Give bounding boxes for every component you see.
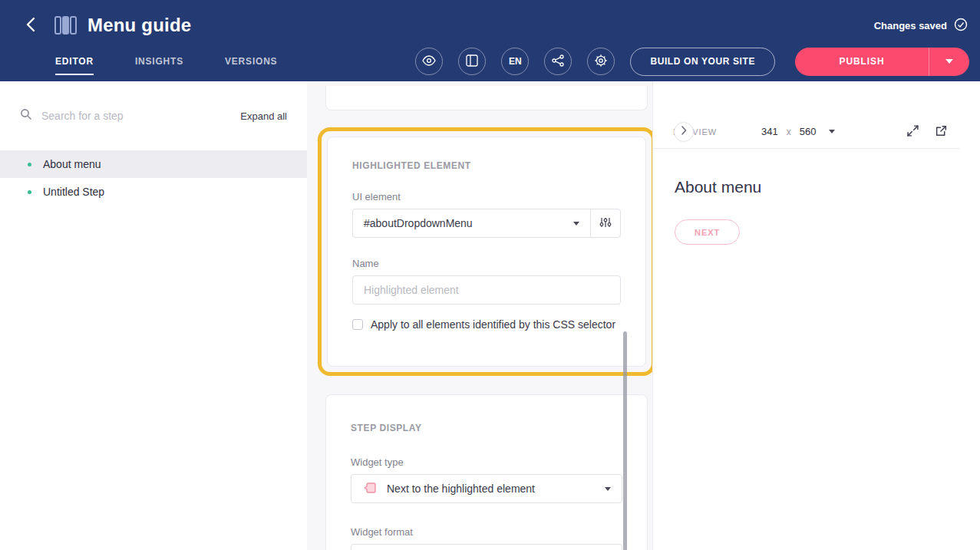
tab-insights[interactable]: INSIGHTS bbox=[135, 41, 183, 81]
apply-all-checkbox-row[interactable]: Apply to all elements identified by this… bbox=[352, 318, 621, 331]
build-on-your-site-button[interactable]: BUILD ON YOUR SITE bbox=[630, 48, 775, 76]
step-item-untitled-step[interactable]: Untitled Step bbox=[0, 178, 307, 206]
step-editor-panel: HIGHLIGHTED ELEMENT UI element #aboutDro… bbox=[307, 81, 652, 550]
step-item-label: Untitled Step bbox=[43, 186, 104, 198]
preview-step-title: About menu bbox=[675, 178, 980, 196]
publish-button[interactable]: PUBLISH bbox=[795, 48, 929, 76]
section-title: STEP DISPLAY bbox=[351, 423, 622, 433]
preview-size-select[interactable]: 341 x 560 bbox=[761, 126, 835, 137]
tab-versions[interactable]: VERSIONS bbox=[225, 41, 277, 81]
step-dot-icon bbox=[28, 163, 31, 166]
collapse-preview-button[interactable] bbox=[674, 122, 694, 142]
share-button[interactable] bbox=[544, 48, 572, 75]
check-circle-icon bbox=[954, 18, 968, 34]
publish-button-group: PUBLISH bbox=[795, 48, 969, 76]
changes-saved-status: Changes saved bbox=[874, 18, 969, 34]
next-button[interactable]: NEXT bbox=[675, 219, 740, 245]
back-button[interactable] bbox=[18, 13, 43, 38]
widget-format-select[interactable] bbox=[351, 544, 622, 550]
card-partial-top bbox=[325, 86, 648, 110]
editor-scrollbar-thumb[interactable] bbox=[623, 331, 627, 550]
highlight-outline: HIGHLIGHTED ELEMENT UI element #aboutDro… bbox=[318, 127, 652, 376]
expand-arrows-icon bbox=[906, 124, 919, 140]
gear-icon bbox=[594, 54, 608, 70]
editor-content-column: HIGHLIGHTED ELEMENT UI element #aboutDro… bbox=[325, 86, 648, 550]
body-region: Expand all About menu Untitled Step bbox=[0, 81, 980, 550]
apply-all-checkbox[interactable] bbox=[352, 319, 363, 330]
chevron-down-icon bbox=[573, 222, 579, 226]
apply-all-label: Apply to all elements identified by this… bbox=[371, 318, 615, 331]
name-input[interactable] bbox=[352, 275, 621, 305]
app-window: Menu guide Changes saved EDITOR INSIGHTS… bbox=[0, 0, 980, 550]
preview-panel: PREVIEW 341 x 560 bbox=[652, 81, 980, 550]
chevron-left-icon bbox=[26, 17, 35, 35]
top-bar-title-row: Menu guide Changes saved bbox=[18, 9, 969, 41]
chevron-down-icon bbox=[945, 59, 953, 64]
section-title: HIGHLIGHTED ELEMENT bbox=[352, 160, 621, 171]
step-item-label: About menu bbox=[43, 158, 101, 170]
top-bar: Menu guide Changes saved EDITOR INSIGHTS… bbox=[0, 0, 980, 81]
header-tabs: EDITOR INSIGHTS VERSIONS bbox=[55, 41, 277, 81]
selector-settings-button[interactable] bbox=[590, 209, 621, 238]
tab-editor[interactable]: EDITOR bbox=[55, 41, 94, 81]
layout-icon bbox=[466, 54, 478, 69]
chevron-right-icon bbox=[681, 125, 687, 137]
page-title: Menu guide bbox=[87, 15, 191, 36]
step-item-about-menu[interactable]: About menu bbox=[0, 150, 307, 178]
tooltip-widget-icon bbox=[362, 480, 378, 498]
share-icon bbox=[552, 54, 564, 69]
chevron-down-icon bbox=[829, 130, 835, 133]
changes-saved-label: Changes saved bbox=[874, 20, 947, 31]
fullscreen-button[interactable] bbox=[906, 124, 919, 140]
step-dot-icon bbox=[28, 190, 31, 194]
top-bar-nav-row: EDITOR INSIGHTS VERSIONS EN bbox=[18, 41, 969, 81]
highlighted-element-card: HIGHLIGHTED ELEMENT UI element #aboutDro… bbox=[327, 137, 646, 367]
ui-element-select-group: #aboutDropdownMenu bbox=[352, 209, 621, 238]
widget-type-value: Next to the highlighted element bbox=[387, 482, 535, 495]
steps-sidebar: Expand all About menu Untitled Step bbox=[0, 81, 307, 550]
preview-body: About menu NEXT bbox=[653, 149, 980, 245]
widget-type-select[interactable]: Next to the highlighted element bbox=[351, 474, 622, 503]
step-search-row: Expand all bbox=[0, 81, 307, 150]
eye-icon bbox=[422, 55, 436, 68]
chevron-down-icon bbox=[605, 487, 611, 491]
step-list: About menu Untitled Step bbox=[0, 150, 307, 206]
size-separator: x bbox=[787, 127, 791, 137]
widget-format-label: Widget format bbox=[351, 526, 622, 538]
publish-dropdown-button[interactable] bbox=[929, 48, 969, 76]
name-label: Name bbox=[352, 258, 621, 269]
search-icon bbox=[20, 108, 32, 124]
widget-type-label: Widget type bbox=[351, 456, 622, 468]
layout-button[interactable] bbox=[458, 48, 486, 75]
settings-button[interactable] bbox=[587, 48, 615, 75]
preview-height-value: 560 bbox=[800, 126, 817, 137]
preview-width-value: 341 bbox=[761, 126, 778, 137]
preview-header: PREVIEW 341 x 560 bbox=[653, 115, 960, 149]
language-button[interactable]: EN bbox=[501, 48, 529, 75]
ui-element-select[interactable]: #aboutDropdownMenu bbox=[352, 209, 591, 238]
external-link-icon bbox=[935, 124, 948, 140]
expand-all-link[interactable]: Expand all bbox=[240, 110, 287, 122]
step-search-input[interactable] bbox=[41, 110, 240, 122]
preview-actions bbox=[906, 124, 960, 140]
open-in-new-window-button[interactable] bbox=[935, 124, 948, 140]
ui-element-label: UI element bbox=[352, 191, 621, 203]
sliders-icon bbox=[599, 216, 612, 231]
ui-element-select-value: #aboutDropdownMenu bbox=[364, 217, 473, 229]
header-actions: EN BUILD ON YOUR SITE PUBLISH bbox=[415, 48, 969, 76]
step-display-card: STEP DISPLAY Widget type Next to the hig… bbox=[325, 394, 648, 550]
guide-columns-icon bbox=[54, 15, 77, 35]
preview-eye-button[interactable] bbox=[415, 48, 443, 75]
